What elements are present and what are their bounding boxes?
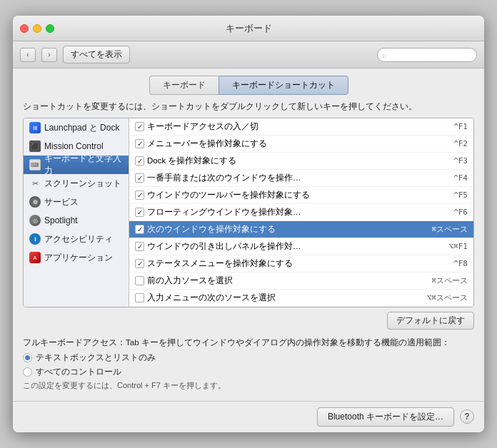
- shortcut-key: ⌘スペース: [431, 275, 468, 286]
- default-btn-row: デフォルトに戻す: [23, 307, 474, 332]
- sidebar-item-screenshot[interactable]: ✂ スクリーンショット: [24, 174, 129, 193]
- bluetooth-button[interactable]: Bluetooth キーボードを設定…: [317, 407, 454, 427]
- shortcut-name: 入力メニューの次のソースを選択: [147, 292, 424, 303]
- shortcut-row[interactable]: ステータスメニューを操作対象にする^F8: [129, 255, 473, 273]
- shortcut-name: ウインドウの引き出しパネルを操作対…: [147, 241, 446, 252]
- shortcut-checkbox[interactable]: [135, 208, 144, 217]
- shortcut-name: メニューバーを操作対象にする: [147, 138, 451, 149]
- shortcut-row[interactable]: キーボードアクセスの入／切^F1: [129, 118, 473, 136]
- search-input[interactable]: [389, 51, 472, 59]
- traffic-lights: [20, 24, 54, 33]
- shortcut-checkbox[interactable]: [135, 276, 144, 285]
- sidebar-label-mission: Mission Control: [44, 141, 104, 151]
- shortcut-key: ^F8: [453, 259, 468, 268]
- radio-textbox-label: テキストボックスとリストのみ: [36, 352, 156, 364]
- shortcut-key: ^F2: [453, 139, 468, 148]
- shortcut-name: Dock を操作対象にする: [147, 156, 451, 166]
- maximize-button[interactable]: [46, 24, 54, 33]
- sidebar-label-keyboard: キーボードと文字入力: [44, 153, 123, 177]
- help-button[interactable]: ?: [460, 409, 474, 424]
- hint-text: ショートカットを変更するには、ショートカットをダブルクリックして新しいキーを押し…: [23, 101, 474, 112]
- sidebar-label-service: サービス: [44, 196, 79, 208]
- shortcut-checkbox[interactable]: [135, 190, 144, 200]
- shortcut-row[interactable]: ウインドウの引き出しパネルを操作対…⌥⌘F1: [129, 238, 473, 255]
- shortcut-checkbox[interactable]: [135, 293, 144, 302]
- service-icon: ⚙: [29, 196, 41, 208]
- shortcut-name: キーボードアクセスの入／切: [147, 121, 451, 132]
- fka-title: フルキーボードアクセス：Tab キーを押してウインドウやダイアログ内の操作対象を…: [23, 337, 474, 349]
- sidebar-item-accessibility[interactable]: ℹ アクセシビリティ: [24, 230, 129, 248]
- shortcut-row[interactable]: Dock を操作対象にする^F3: [129, 153, 473, 170]
- search-icon: ⌕: [382, 51, 387, 59]
- window-title: キーボード: [226, 22, 272, 35]
- show-all-button[interactable]: すべてを表示: [63, 46, 130, 63]
- titlebar: キーボード: [13, 16, 484, 41]
- radio-all-indicator: [23, 367, 32, 377]
- shortcut-checkbox[interactable]: [135, 139, 144, 148]
- shortcut-checkbox[interactable]: [135, 225, 144, 234]
- sidebar-item-service[interactable]: ⚙ サービス: [24, 193, 129, 211]
- tab-shortcuts[interactable]: キーボードショートカット: [219, 76, 348, 95]
- content: ショートカットを変更するには、ショートカットをダブルクリックして新しいキーを押し…: [13, 101, 484, 400]
- shortcut-checkbox[interactable]: [135, 156, 144, 166]
- sidebar-item-keyboard[interactable]: ⌨ キーボードと文字入力: [24, 156, 129, 174]
- forward-button[interactable]: ›: [41, 48, 57, 62]
- shortcut-checkbox[interactable]: [135, 173, 144, 183]
- sidebar-label-accessibility: アクセシビリティ: [44, 233, 113, 245]
- main-panel: ⊞ Launchpad と Dock ⬛ Mission Control ⌨ キ…: [23, 118, 474, 307]
- shortcut-key: ⌘スペース: [431, 224, 468, 235]
- shortcut-name: ウインドウのツールバーを操作対象にする: [147, 190, 451, 200]
- shortcut-row[interactable]: メニューバーを操作対象にする^F2: [129, 136, 473, 153]
- shortcut-row[interactable]: 入力メニューの次のソースを選択⌥⌘スペース: [129, 290, 473, 307]
- shortcut-row[interactable]: ウインドウのツールバーを操作対象にする^F5: [129, 187, 473, 204]
- keyboard-icon: ⌨: [29, 159, 41, 170]
- shortcut-name: フローティングウインドウを操作対象…: [147, 207, 451, 218]
- spotlight-icon: ◎: [29, 215, 41, 226]
- shortcut-key: ^F6: [453, 208, 468, 217]
- fka-section: フルキーボードアクセス：Tab キーを押してウインドウやダイアログ内の操作対象を…: [23, 334, 474, 393]
- shortcut-checkbox[interactable]: [135, 259, 144, 268]
- back-button[interactable]: ‹: [20, 48, 36, 62]
- shortcut-checkbox[interactable]: [135, 242, 144, 251]
- shortcut-checkbox[interactable]: [135, 122, 144, 131]
- sidebar-label-launchpad: Launchpad と Dock: [44, 122, 119, 134]
- shortcut-key: ^F1: [453, 122, 468, 131]
- sidebar-label-screenshot: スクリーンショット: [44, 178, 121, 190]
- sidebar-item-launchpad[interactable]: ⊞ Launchpad と Dock: [24, 118, 129, 137]
- radio-all[interactable]: すべてのコントロール: [23, 366, 474, 378]
- app-icon: A: [29, 252, 41, 263]
- shortcut-name: 次のウインドウを操作対象にする: [147, 224, 428, 235]
- mission-icon: ⬛: [29, 141, 41, 152]
- access-icon: ℹ: [29, 233, 41, 245]
- radio-all-label: すべてのコントロール: [36, 366, 121, 378]
- screenshot-icon: ✂: [29, 178, 41, 189]
- shortcut-key: ^F5: [453, 190, 468, 200]
- tabs-bar: キーボード キーボードショートカット: [13, 68, 484, 101]
- shortcut-key: ⌥⌘F1: [449, 242, 468, 251]
- shortcut-row[interactable]: 前の入力ソースを選択⌘スペース: [129, 273, 473, 290]
- minimize-button[interactable]: [33, 24, 41, 33]
- bottom-bar: Bluetooth キーボードを設定… ?: [13, 401, 484, 432]
- shortcut-name: 一番手前または次のウインドウを操作…: [147, 173, 451, 183]
- close-button[interactable]: [20, 24, 29, 33]
- shortcut-key: ⌥⌘スペース: [427, 292, 468, 303]
- shortcut-row[interactable]: 一番手前または次のウインドウを操作…^F4: [129, 170, 473, 187]
- search-box[interactable]: ⌕: [377, 48, 477, 62]
- shortcut-table: キーボードアクセスの入／切^F1メニューバーを操作対象にする^F2Dock を操…: [129, 118, 473, 307]
- default-button[interactable]: デフォルトに戻す: [387, 312, 474, 330]
- radio-textbox[interactable]: テキストボックスとリストのみ: [23, 352, 474, 364]
- sidebar: ⊞ Launchpad と Dock ⬛ Mission Control ⌨ キ…: [24, 118, 129, 307]
- shortcut-name: 前の入力ソースを選択: [147, 275, 428, 286]
- sidebar-item-app[interactable]: A アプリケーション: [24, 248, 129, 267]
- launchpad-icon: ⊞: [29, 122, 41, 133]
- sidebar-label-spotlight: Spotlight: [44, 215, 78, 225]
- shortcut-row[interactable]: フローティングウインドウを操作対象…^F6: [129, 204, 473, 221]
- shortcut-row[interactable]: 次のウインドウを操作対象にする⌘スペース: [129, 221, 473, 238]
- toolbar: ‹ › すべてを表示 ⌕: [13, 41, 484, 68]
- sidebar-label-app: アプリケーション: [44, 252, 113, 264]
- shortcut-key: ^F3: [453, 156, 468, 166]
- shortcut-key: ^F4: [453, 173, 468, 183]
- sidebar-item-spotlight[interactable]: ◎ Spotlight: [24, 211, 129, 230]
- shortcut-name: ステータスメニューを操作対象にする: [147, 258, 451, 269]
- tab-keyboard[interactable]: キーボード: [149, 76, 219, 95]
